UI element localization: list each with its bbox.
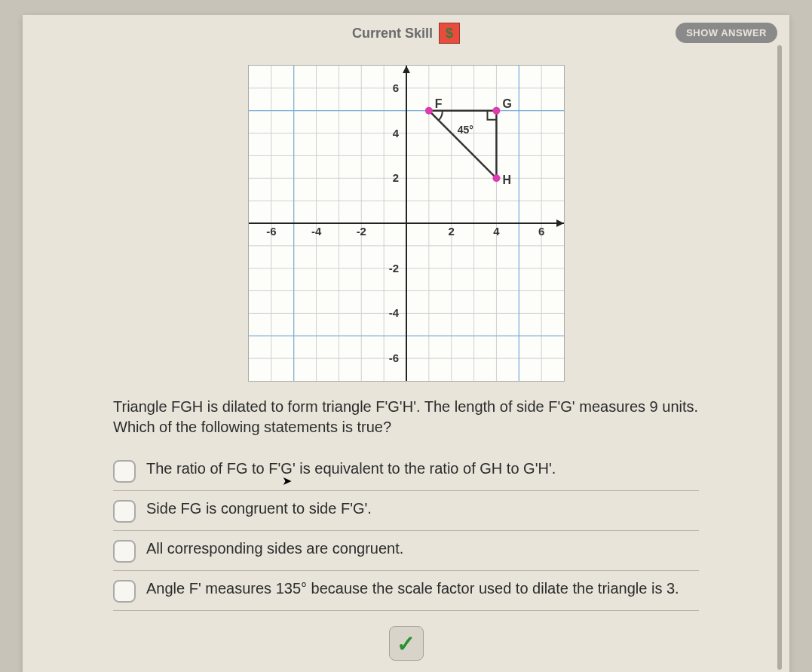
coordinate-graph: -6 -4 -2 2 4 6 6 4 2 -2 -4 -6 — [248, 65, 565, 382]
option-row-2[interactable]: All corresponding sides are congruent. — [113, 531, 699, 571]
option-text-2: All corresponding sides are congruent. — [146, 539, 403, 558]
xtick-4: 4 — [493, 225, 500, 238]
angle-45: 45° — [457, 124, 473, 136]
svg-marker-31 — [556, 219, 564, 227]
xtick-neg6: -6 — [266, 225, 276, 238]
xtick-neg4: -4 — [311, 225, 321, 238]
ytick-neg4: -4 — [388, 306, 399, 319]
option-text-3: Angle F' measures 135° because the scale… — [146, 578, 679, 598]
show-answer-button[interactable]: SHOW ANSWER — [676, 23, 777, 43]
checkbox-2[interactable] — [113, 540, 136, 563]
point-g — [492, 107, 500, 115]
checkbox-1[interactable] — [113, 500, 136, 523]
option-text-0: The ratio of FG to F'G' is equivalent to… — [146, 459, 556, 478]
option-row-0[interactable]: The ratio of FG to F'G' is equivalent to… — [113, 451, 699, 491]
ytick-6: 6 — [392, 81, 398, 94]
checkbox-3[interactable] — [113, 580, 136, 603]
label-f: F — [434, 97, 442, 110]
point-h — [492, 174, 500, 182]
cursor-icon: ➤ — [282, 474, 292, 489]
ytick-neg2: -2 — [388, 262, 398, 275]
submit-button[interactable]: ✓ — [389, 626, 424, 661]
xtick-2: 2 — [448, 225, 454, 238]
xtick-6: 6 — [538, 225, 544, 238]
ytick-2: 2 — [392, 171, 398, 184]
scrollbar[interactable] — [777, 45, 782, 670]
skill-badge: $ — [439, 23, 460, 44]
point-f — [424, 107, 432, 115]
label-h: H — [502, 173, 511, 186]
ytick-4: 4 — [392, 127, 399, 140]
ytick-neg6: -6 — [388, 351, 398, 364]
option-row-1[interactable]: Side FG is congruent to side F'G'. — [113, 491, 699, 531]
svg-marker-30 — [403, 66, 410, 73]
option-text-1: Side FG is congruent to side F'G'. — [146, 499, 372, 518]
xtick-neg2: -2 — [356, 225, 366, 238]
question-text: Triangle FGH is dilated to form triangle… — [113, 397, 699, 437]
svg-line-34 — [428, 111, 496, 179]
label-g: G — [502, 97, 511, 110]
current-skill-label: Current Skill — [352, 26, 433, 41]
checkbox-0[interactable] — [113, 460, 136, 483]
option-row-3[interactable]: Angle F' measures 135° because the scale… — [113, 571, 699, 611]
check-icon: ✓ — [397, 631, 415, 657]
